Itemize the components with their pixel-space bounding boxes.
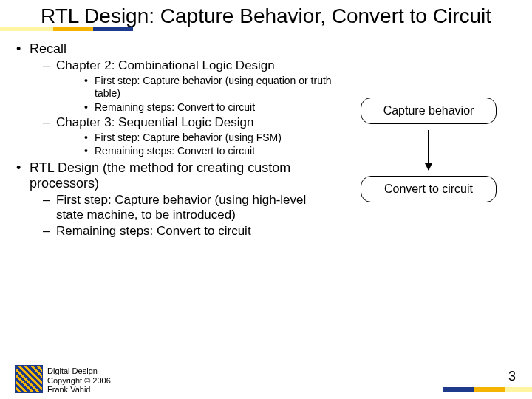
bullet-rtl: RTL Design (the method for creating cust… [16,160,334,239]
diagram-arrow [355,124,502,176]
footer: Digital Design Copyright © 2006 Frank Va… [0,358,532,395]
logo-icon [15,365,43,393]
diagram-box-capture: Capture behavior [361,98,497,124]
bullet-text: Chapter 3: Sequential Logic Design [56,115,253,129]
bullet-column: Recall Chapter 2: Combinational Logic De… [16,38,334,239]
credit-line1: Digital Design [47,366,111,376]
bullet-ch2-first: First step: Capture behavior (using equa… [56,75,334,100]
flow-diagram: Capture behavior Convert to circuit [355,98,502,202]
arrow-down-icon [428,130,429,170]
credit-line3: Frank Vahid [47,385,111,395]
bullet-ch2: Chapter 2: Combinational Logic Design Fi… [30,58,334,113]
bullet-ch2-remaining: Remaining steps: Convert to circuit [56,101,334,114]
bullet-ch3: Chapter 3: Sequential Logic Design First… [30,115,334,158]
credit-block: Digital Design Copyright © 2006 Frank Va… [47,366,111,395]
slide: RTL Design: Capture Behavior, Convert to… [0,0,532,399]
title-region: RTL Design: Capture Behavior, Convert to… [0,0,532,28]
slide-title: RTL Design: Capture Behavior, Convert to… [0,4,532,28]
page-number: 3 [508,369,516,384]
bullet-text: Chapter 2: Combinational Logic Design [56,58,275,72]
diagram-box-convert: Convert to circuit [361,176,497,202]
bullet-recall: Recall Chapter 2: Combinational Logic De… [16,41,334,157]
title-accent-bar [0,27,133,31]
bullet-text: Recall [30,41,66,56]
bullet-ch3-first: First step: Capture behavior (using FSM) [56,132,334,144]
credit-line2: Copyright © 2006 [47,376,111,386]
bullet-rtl-first: First step: Capture behavior (using high… [30,193,334,222]
footer-accent-bar [443,387,532,392]
bullet-text: RTL Design (the method for creating cust… [30,160,290,191]
bullet-rtl-remaining: Remaining steps: Convert to circuit [30,224,334,239]
bullet-ch3-remaining: Remaining steps: Convert to circuit [56,145,334,157]
